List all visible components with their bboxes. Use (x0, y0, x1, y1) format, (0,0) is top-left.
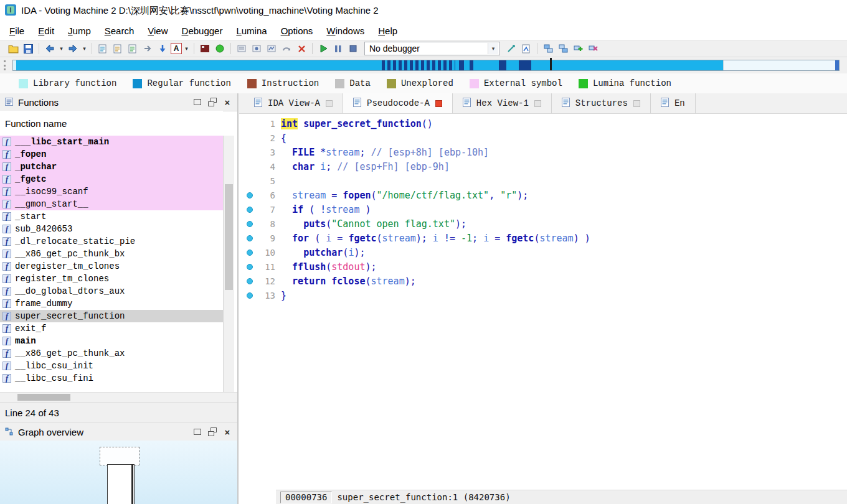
navigate-back-icon[interactable] (43, 42, 57, 55)
save-file-icon[interactable] (21, 42, 35, 55)
breakpoint-dot[interactable] (239, 192, 260, 198)
debugger-selector[interactable]: No debugger ▾ (364, 42, 500, 55)
modules-window-icon[interactable] (541, 42, 555, 55)
function-row[interactable]: f__gmon_start__ (0, 198, 223, 210)
jump-xref-icon[interactable] (141, 42, 154, 55)
menu-item-edit[interactable]: Edit (31, 24, 61, 38)
function-row[interactable]: f__libc_csu_init (0, 360, 223, 372)
graph-view-frame[interactable] (100, 447, 140, 465)
function-row[interactable]: fsub_8420653 (0, 223, 223, 235)
code-line[interactable]: 3 FILE *stream; // [esp+8h] [ebp-10h] (239, 145, 847, 159)
scrollbar-thumb[interactable] (225, 184, 233, 290)
menu-item-jump[interactable]: Jump (61, 24, 98, 38)
jump-address-icon[interactable] (156, 42, 169, 55)
tab-enums[interactable]: En (651, 93, 696, 113)
float-panel-icon[interactable] (207, 98, 217, 106)
tab-hex-view-1[interactable]: Hex View-1 (453, 93, 552, 113)
code-line[interactable]: 8 puts("Cannot open flag.txt"); (239, 217, 847, 231)
tab-ida-view-a[interactable]: IDA View-A (244, 93, 343, 113)
attach-process-icon[interactable] (504, 42, 518, 55)
menu-item-debugger[interactable]: Debugger (175, 24, 230, 38)
jump-to-segment-icon[interactable] (111, 42, 125, 55)
navband-position-marker[interactable] (550, 58, 552, 70)
function-row[interactable]: f__libc_csu_fini (0, 372, 223, 385)
breakpoint-dot[interactable] (239, 235, 260, 241)
function-row[interactable]: f__x86_get_pc_thunk_bx (0, 248, 223, 260)
menu-item-file[interactable]: File (2, 24, 31, 38)
process-options-icon[interactable] (519, 42, 533, 55)
strings-dropdown-icon[interactable]: ▾ (183, 42, 190, 55)
function-row[interactable]: f_fgetc (0, 173, 223, 185)
function-row[interactable]: f_dl_relocate_static_pie (0, 235, 223, 248)
pause-process-icon[interactable] (331, 42, 345, 55)
function-row[interactable]: fsuper_secret_function (0, 310, 223, 322)
scrollbar-thumb[interactable] (17, 394, 70, 401)
breakpoints-list-icon[interactable] (235, 42, 248, 55)
close-panel-icon[interactable]: × (222, 427, 232, 436)
code-line[interactable]: 4 char i; // [esp+Fh] [ebp-9h] (239, 159, 847, 174)
function-row[interactable]: f___libc_start_main (0, 136, 223, 148)
step-over-icon[interactable] (280, 42, 293, 55)
function-row[interactable]: f_putchar (0, 161, 223, 173)
function-name-column-header[interactable]: Function name (0, 111, 223, 136)
start-process-icon[interactable] (316, 42, 330, 55)
tab-state-icon[interactable] (534, 100, 541, 107)
breakpoint-dot[interactable] (239, 221, 260, 227)
open-file-icon[interactable] (6, 42, 20, 55)
code-line[interactable]: 12 return fclose(stream); (239, 274, 847, 288)
menu-item-help[interactable]: Help (371, 24, 404, 38)
snapshot-icon[interactable] (198, 42, 212, 55)
function-row[interactable]: f_fopen (0, 148, 223, 161)
menu-item-windows[interactable]: Windows (319, 24, 371, 38)
graph-overview-canvas[interactable] (0, 441, 237, 504)
function-row[interactable]: fframe_dummy (0, 297, 223, 310)
breakpoint-dot[interactable] (239, 278, 260, 284)
restore-panel-icon[interactable] (192, 427, 202, 436)
functions-horizontal-scrollbar[interactable] (0, 392, 237, 402)
back-history-dropdown-icon[interactable]: ▾ (58, 42, 65, 55)
tab-state-icon[interactable] (326, 100, 333, 107)
code-line[interactable]: 11 fflush(stdout); (239, 259, 847, 274)
function-row[interactable]: f__x86_get_pc_thunk_ax (0, 347, 223, 360)
threads-window-icon[interactable] (556, 42, 570, 55)
function-row[interactable]: f__do_global_dtors_aux (0, 285, 223, 297)
strings-window-icon[interactable]: A (171, 43, 182, 54)
function-row[interactable]: f__isoc99_scanf (0, 185, 223, 198)
menu-item-options[interactable]: Options (274, 24, 320, 38)
navigation-band[interactable] (12, 60, 840, 71)
function-row[interactable]: f_start (0, 210, 223, 223)
tab-close-icon[interactable] (435, 100, 442, 107)
close-panel-icon[interactable]: × (222, 98, 232, 106)
restore-panel-icon[interactable] (192, 98, 202, 106)
navigate-forward-icon[interactable] (66, 42, 80, 55)
code-line[interactable]: 5 (239, 174, 847, 188)
breakpoint-dot[interactable] (239, 264, 260, 270)
watches-icon[interactable] (250, 42, 263, 55)
code-line[interactable]: 1int super_secret_function() (239, 116, 847, 131)
code-line[interactable]: 9 for ( i = fgetc(stream); i != -1; i = … (239, 231, 847, 245)
navband-grip[interactable] (4, 60, 8, 70)
code-line[interactable]: 13} (239, 288, 847, 302)
tab-state-icon[interactable] (633, 100, 640, 107)
tracing-icon[interactable] (265, 42, 278, 55)
breakpoint-dot[interactable] (239, 250, 260, 256)
jump-to-function-icon[interactable] (126, 42, 140, 55)
forward-history-dropdown-icon[interactable]: ▾ (81, 42, 88, 55)
function-row[interactable]: fmain (0, 335, 223, 347)
remove-view-icon[interactable] (586, 42, 600, 55)
float-panel-icon[interactable] (207, 427, 217, 436)
breakpoint-dot[interactable] (239, 292, 260, 299)
function-row[interactable]: fregister_tm_clones (0, 273, 223, 285)
tab-structures[interactable]: Structures (552, 93, 651, 113)
pseudocode-view[interactable]: 1int super_secret_function()2{3 FILE *st… (239, 114, 847, 490)
jump-by-name-icon[interactable] (96, 42, 110, 55)
menu-item-view[interactable]: View (141, 24, 174, 38)
functions-vertical-scrollbar[interactable] (223, 136, 234, 392)
tab-pseudocode-a[interactable]: Pseudocode-A (343, 93, 453, 113)
record-icon[interactable] (213, 42, 227, 55)
delete-icon[interactable] (295, 42, 308, 55)
add-view-icon[interactable] (571, 42, 585, 55)
menu-item-search[interactable]: Search (98, 24, 141, 38)
function-row[interactable]: fexit_f (0, 322, 223, 335)
breakpoint-dot[interactable] (239, 207, 260, 213)
